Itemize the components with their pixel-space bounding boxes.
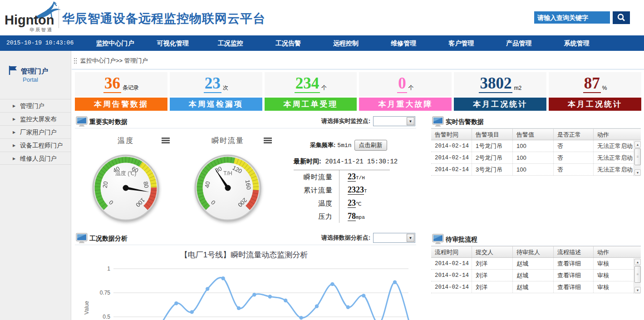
approval-table-scrollbar[interactable]: ▲ ≡ ▼ <box>634 258 641 294</box>
alarm-table: 告警时间告警项目告警值是否正常动作2014-02-141号龙门吊100否无法正常… <box>431 128 641 176</box>
scroll-up-icon[interactable]: ▲ <box>634 141 641 148</box>
scroll-up-icon[interactable]: ▲ <box>634 259 641 265</box>
monitor-icon <box>432 116 444 127</box>
temperature-gauge: 020406080100温度 (℃) <box>92 154 160 222</box>
table-row: 2014-02-143号龙门吊100否无法正常启动 <box>431 164 641 176</box>
approval-panel-header: 待审批流程 <box>431 232 641 246</box>
table-column-header: 待审批人 <box>513 246 554 257</box>
metric-value-link[interactable]: 78 <box>348 212 356 221</box>
breadcrumb-text: 监控中心门户>> 管理门户 <box>80 57 148 65</box>
stat-category-button[interactable]: 本周工单受理 <box>265 98 357 111</box>
table-cell: 刘洋 <box>472 281 513 293</box>
nav-menu: 监控中心门户可视化管理工况监控工况告警远程控制维修管理客户管理产品管理系统管理 <box>86 35 605 51</box>
scrollbar-thumb[interactable]: ≡ <box>634 148 641 165</box>
table-cell: 刘洋 <box>472 258 513 269</box>
sidebar-item[interactable]: ▶厂家用户门户 <box>0 125 71 138</box>
search-button[interactable] <box>613 11 630 24</box>
table-cell: 3号龙门吊 <box>472 164 513 175</box>
search-input[interactable] <box>534 11 610 24</box>
table-cell: 无法正常启动 <box>594 152 633 163</box>
stat-unit: m2 <box>514 85 521 91</box>
table-column-header: 告警时间 <box>431 129 472 140</box>
stat-category-button[interactable]: 本月工况统计 <box>549 98 641 111</box>
realtime-panel-header: 重要实时数据 请选择实时监控点: ▼ <box>75 115 416 128</box>
monitor-icon <box>432 234 444 245</box>
metric-unit: ℃ <box>356 202 361 207</box>
stat-category-button[interactable]: 本周巡检漏项 <box>170 98 262 111</box>
table-cell: 无法正常启动 <box>594 140 633 152</box>
nav-item[interactable]: 工况监控 <box>202 35 259 51</box>
gauge-title: 瞬时流量 <box>211 137 244 144</box>
table-cell: 审核 <box>594 281 633 293</box>
nav-item[interactable]: 客户管理 <box>433 35 490 51</box>
nav-item[interactable]: 产品管理 <box>490 35 548 51</box>
arrow-right-icon: ▶ <box>13 113 15 126</box>
chart-menu-icon[interactable] <box>264 138 272 143</box>
flow-line-chart: 10.750.5Value <box>75 262 413 320</box>
scrollbar-thumb[interactable]: ≡ <box>634 266 641 283</box>
table-column-header: 动作 <box>594 129 633 140</box>
table-column-header: 流程描述 <box>554 246 594 257</box>
brand-subtext: 华辰智通 <box>29 27 53 33</box>
chevron-down-icon[interactable]: ▼ <box>407 234 414 242</box>
table-row: 2014-02-142号龙门吊100否无法正常启动 <box>431 152 641 164</box>
analysis-point-selector: 请选择数据分析点: ▼ <box>321 233 415 243</box>
table-cell: 否 <box>554 140 594 152</box>
sidebar-item[interactable]: ▶设备工程师门户 <box>0 138 71 152</box>
alarm-table-scrollbar[interactable]: ▲ ≡ ▼ <box>634 141 641 176</box>
main-content: 监控中心门户>> 管理门户 36条记录本周告警数据23次本周巡检漏项234个本周… <box>72 51 644 320</box>
table-cell: 2014-02-14 <box>431 270 472 281</box>
stat-value-link[interactable]: 234 <box>295 75 320 93</box>
stat-value-link[interactable]: 3802 <box>479 75 512 93</box>
monitor-point-selector: 请选择实时监控点: ▼ <box>321 116 415 126</box>
main-navbar: 2015-10-19 10:43:06 监控中心门户可视化管理工况监控工况告警远… <box>0 35 644 51</box>
nav-item[interactable]: 工况告警 <box>259 35 317 51</box>
metric-value-link[interactable]: 2323 <box>348 185 364 195</box>
nav-item[interactable]: 远程控制 <box>317 35 374 51</box>
analysis-point-select[interactable]: ▼ <box>373 233 415 243</box>
stat-unit: 个 <box>408 84 414 92</box>
table-cell: 2014-02-14 <box>431 140 472 152</box>
table-header-row: 告警时间告警项目告警值是否正常动作 <box>431 128 641 140</box>
stat-value-link[interactable]: 0 <box>397 75 407 93</box>
stat-category-button[interactable]: 本月工况统计 <box>454 98 546 111</box>
right-column: 实时告警数据 告警时间告警项目告警值是否正常动作2014-02-141号龙门吊1… <box>431 115 641 320</box>
stat-category-button[interactable]: 本月重大故障 <box>359 98 452 111</box>
metric-unit: T <box>364 188 367 194</box>
stat-category-button[interactable]: 本周告警数据 <box>75 98 167 111</box>
chart-menu-icon[interactable] <box>162 138 170 143</box>
monitor-icon <box>76 233 88 244</box>
svg-text:20: 20 <box>102 181 109 189</box>
nav-item[interactable]: 可视化管理 <box>144 35 202 51</box>
stat-value-link[interactable]: 36 <box>103 75 121 93</box>
chevron-down-icon[interactable]: ▼ <box>407 117 414 125</box>
metric-row: 温度23℃ <box>294 197 415 210</box>
metric-label: 压力 <box>294 210 339 223</box>
sidebar-item[interactable]: ▶管理门户 <box>0 99 71 112</box>
flag-icon <box>8 65 18 75</box>
sidebar-item[interactable]: ▶维修人员门户 <box>0 152 71 165</box>
stat-value-link[interactable]: 87 <box>583 75 601 93</box>
table-cell: 100 <box>513 164 554 175</box>
scroll-down-icon[interactable]: ▼ <box>634 287 641 293</box>
table-cell: 查看详细 <box>554 258 594 269</box>
scroll-down-icon[interactable]: ▼ <box>634 169 641 176</box>
nav-item[interactable]: 系统管理 <box>548 35 605 51</box>
svg-text:Value: Value <box>84 301 90 315</box>
gauge-title: 温度 <box>118 137 134 144</box>
arrow-right-icon: ▶ <box>13 126 15 139</box>
refresh-button[interactable]: 点击刷新 <box>354 140 387 151</box>
metric-value-link[interactable]: 23 <box>348 198 356 208</box>
metric-value-link[interactable]: 23 <box>348 172 356 182</box>
stat-value-link[interactable]: 23 <box>204 75 221 93</box>
metric-label: 累计流量 <box>294 183 339 197</box>
nav-item[interactable]: 监控中心门户 <box>86 35 144 51</box>
approval-panel-title: 待审批流程 <box>446 236 477 244</box>
metric-row: 瞬时流量23T/H <box>294 170 415 183</box>
nav-item[interactable]: 维修管理 <box>375 35 433 51</box>
sidebar-item[interactable]: ▶监控大屏发布 <box>0 112 71 125</box>
realtime-panel-title: 重要实时数据 <box>89 118 128 126</box>
table-cell: 赵城 <box>513 281 554 293</box>
monitor-point-select[interactable]: ▼ <box>373 116 415 126</box>
approval-table: 流程时间提交人待审批人流程描述动作2014-02-14刘洋赵城查看详细审核201… <box>431 246 641 293</box>
